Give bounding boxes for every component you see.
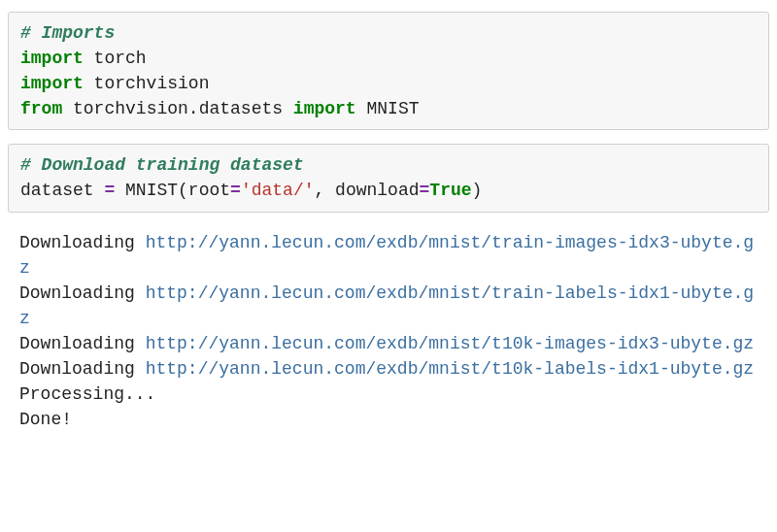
keyword-import: import	[20, 49, 84, 68]
variable-name: dataset	[20, 181, 104, 200]
operator-equals: =	[104, 181, 115, 200]
output-line: Downloading http://yann.lecun.com/exdb/m…	[19, 331, 758, 356]
module-name: MNIST	[356, 99, 420, 118]
output-line: Downloading http://yann.lecun.com/exdb/m…	[19, 356, 758, 382]
keyword-from: from	[20, 99, 62, 118]
keyword-import: import	[293, 99, 356, 118]
output-line: Done!	[19, 407, 758, 432]
code-comment: # Imports	[20, 23, 115, 43]
output-prefix: Downloading	[19, 334, 146, 353]
code-cell-imports: # Imports import torch import torchvisio…	[8, 12, 769, 130]
keyword-import: import	[20, 74, 84, 93]
output-prefix: Downloading	[19, 359, 146, 379]
output-line: Downloading http://yann.lecun.com/exdb/m…	[19, 230, 758, 281]
module-name: torch	[84, 49, 147, 68]
output-line: Processing...	[19, 382, 758, 407]
string-literal: 'data/'	[241, 181, 315, 200]
code-comment: # Download training dataset	[20, 155, 304, 175]
output-url: http://yann.lecun.com/exdb/mnist/t10k-im…	[146, 334, 755, 353]
bool-literal: True	[429, 181, 471, 200]
module-path: torchvision.datasets	[62, 99, 293, 118]
output-line: Downloading http://yann.lecun.com/exdb/m…	[19, 281, 758, 331]
call-expr: )	[472, 181, 483, 200]
output-prefix: Downloading	[19, 283, 146, 303]
operator-equals: =	[230, 181, 241, 200]
module-name: torchvision	[84, 74, 210, 93]
code-cell-download: # Download training dataset dataset = MN…	[8, 144, 769, 212]
output-url: http://yann.lecun.com/exdb/mnist/t10k-la…	[146, 359, 755, 379]
output-prefix: Downloading	[19, 233, 146, 252]
call-expr: , download	[315, 181, 420, 200]
output-area: Downloading http://yann.lecun.com/exdb/m…	[8, 226, 769, 441]
operator-equals: =	[420, 181, 430, 200]
call-expr: MNIST(root	[115, 181, 230, 200]
